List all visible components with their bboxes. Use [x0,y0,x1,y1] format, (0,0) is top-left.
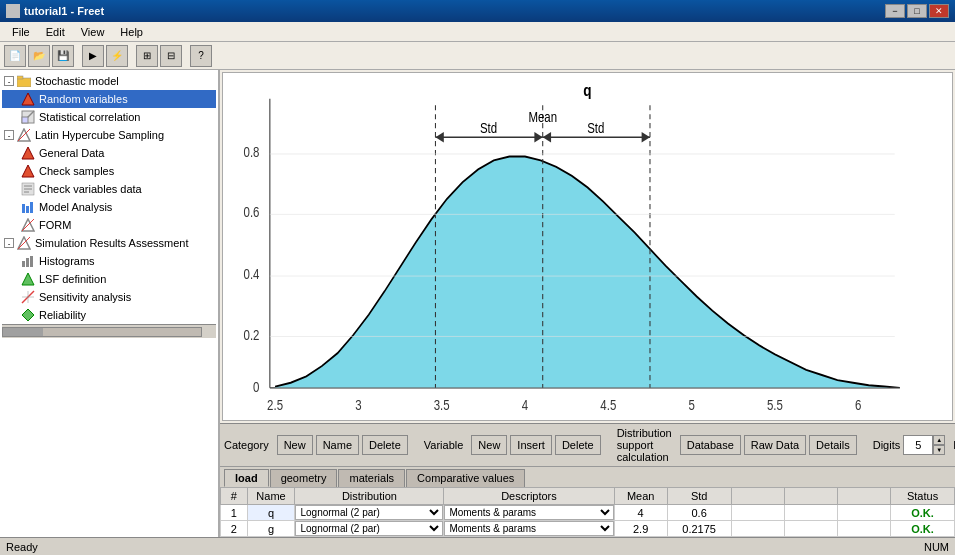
category-delete-button[interactable]: Delete [362,435,408,455]
row2-extra1 [731,521,784,537]
table-container: # Name Distribution Descriptors Mean Std… [220,487,955,537]
row2-mean[interactable]: 2.9 [614,521,667,537]
grid1-button[interactable]: ⊞ [136,45,158,67]
digits-up-button[interactable]: ▲ [933,435,945,445]
expand-stochastic[interactable]: - [4,76,14,86]
tab-geometry[interactable]: geometry [270,469,338,487]
sidebar-item-general-data[interactable]: General Data [2,144,216,162]
sidebar-item-simulation-results[interactable]: - Simulation Results Assessment [2,234,216,252]
sidebar-item-check-samples[interactable]: Check samples [2,162,216,180]
row1-std[interactable]: 0.6 [667,505,731,521]
svg-text:0.8: 0.8 [244,143,260,159]
col-header-extra3 [837,488,890,505]
sidebar-item-statistical-correlation[interactable]: Statistical correlation [2,108,216,126]
svg-text:q: q [583,81,591,100]
sidebar-item-form[interactable]: FORM [2,216,216,234]
open-button[interactable]: 📂 [28,45,50,67]
minimize-button[interactable]: − [885,4,905,18]
help-button[interactable]: ? [190,45,212,67]
tab-comparative-values[interactable]: Comparative values [406,469,525,487]
details-button[interactable]: Details [809,435,857,455]
sidebar-item-model-analysis[interactable]: Model Analysis [2,198,216,216]
sidebar-item-stochastic-model[interactable]: - Stochastic model [2,72,216,90]
svg-line-7 [18,129,30,141]
maximize-button[interactable]: □ [907,4,927,18]
svg-rect-14 [22,204,25,213]
sidebar-item-reliability[interactable]: Reliability [2,306,216,324]
sidebar-item-random-variables[interactable]: Random variables [2,90,216,108]
row1-mean[interactable]: 4 [614,505,667,521]
run1-button[interactable]: ▶ [82,45,104,67]
raw-data-button[interactable]: Raw Data [744,435,806,455]
row2-descriptors[interactable]: Moments & params [444,521,614,537]
lhs-label: Latin Hypercube Sampling [35,129,164,141]
tabs-row: load geometry materials Comparative valu… [220,467,955,487]
variable-group: Variable [424,439,464,451]
svg-marker-28 [22,309,34,321]
row1-name[interactable]: q [247,505,295,521]
svg-rect-21 [22,261,25,267]
form-label: FORM [39,219,71,231]
menubar: File Edit View Help [0,22,955,42]
row1-descriptors[interactable]: Moments & params [444,505,614,521]
expand-sim[interactable]: - [4,238,14,248]
tab-materials[interactable]: materials [338,469,405,487]
col-header-extra2 [784,488,837,505]
digits-input[interactable] [903,435,933,455]
sidebar-item-lsf[interactable]: LSF definition [2,270,216,288]
svg-text:0.4: 0.4 [244,265,260,281]
menu-view[interactable]: View [73,24,113,40]
row1-distribution-select[interactable]: Lognormal (2 par) [295,505,443,520]
svg-text:2.5: 2.5 [267,397,283,413]
menu-file[interactable]: File [4,24,38,40]
digits-down-button[interactable]: ▼ [933,445,945,455]
svg-marker-9 [22,165,34,177]
svg-text:Mean: Mean [528,109,557,125]
svg-rect-16 [30,202,33,213]
sidebar-item-check-variables[interactable]: Check variables data [2,180,216,198]
check-variables-label: Check variables data [39,183,142,195]
menu-help[interactable]: Help [112,24,151,40]
digits-label: Digits [873,439,901,451]
row2-distribution-select[interactable]: Lognormal (2 par) [295,521,443,536]
svg-rect-1 [17,76,23,79]
new-file-button[interactable]: 📄 [4,45,26,67]
grid2-button[interactable]: ⊟ [160,45,182,67]
rv-icon [20,91,36,107]
statusbar: Ready NUM [0,537,955,555]
run2-button[interactable]: ⚡ [106,45,128,67]
statistical-correlation-label: Statistical correlation [39,111,141,123]
variable-insert-button[interactable]: Insert [510,435,552,455]
expand-lhs[interactable]: - [4,130,14,140]
sidebar: - Stochastic model Random variables Stat… [0,70,220,537]
cvd-icon [20,181,36,197]
close-button[interactable]: ✕ [929,4,949,18]
variable-delete-button[interactable]: Delete [555,435,601,455]
bottom-panel: Category New Name Delete Variable New In… [220,423,955,537]
category-name-button[interactable]: Name [316,435,359,455]
row2-distribution[interactable]: Lognormal (2 par) [295,521,444,537]
row2-status: O.K. [891,521,955,537]
col-header-descriptors: Descriptors [444,488,614,505]
sidebar-item-sensitivity[interactable]: Sensitivity analysis [2,288,216,306]
sidebar-item-histograms[interactable]: Histograms [2,252,216,270]
col-header-num: # [221,488,248,505]
row2-descriptors-select[interactable]: Moments & params [444,521,613,536]
row1-descriptors-select[interactable]: Moments & params [444,505,613,520]
category-new-button[interactable]: New [277,435,313,455]
tab-load[interactable]: load [224,469,269,487]
database-button[interactable]: Database [680,435,741,455]
row2-name[interactable]: g [247,521,295,537]
row1-distribution[interactable]: Lognormal (2 par) [295,505,444,521]
variable-new-button[interactable]: New [471,435,507,455]
save-button[interactable]: 💾 [52,45,74,67]
row2-extra3 [837,521,890,537]
menu-edit[interactable]: Edit [38,24,73,40]
sidebar-item-lhs[interactable]: - Latin Hypercube Sampling [2,126,216,144]
row1-status: O.K. [891,505,955,521]
category-label: Category [224,439,269,451]
sidebar-hscroll[interactable] [2,324,216,338]
svg-rect-0 [17,78,31,87]
row2-std[interactable]: 0.2175 [667,521,731,537]
status-text: Ready [6,541,38,553]
